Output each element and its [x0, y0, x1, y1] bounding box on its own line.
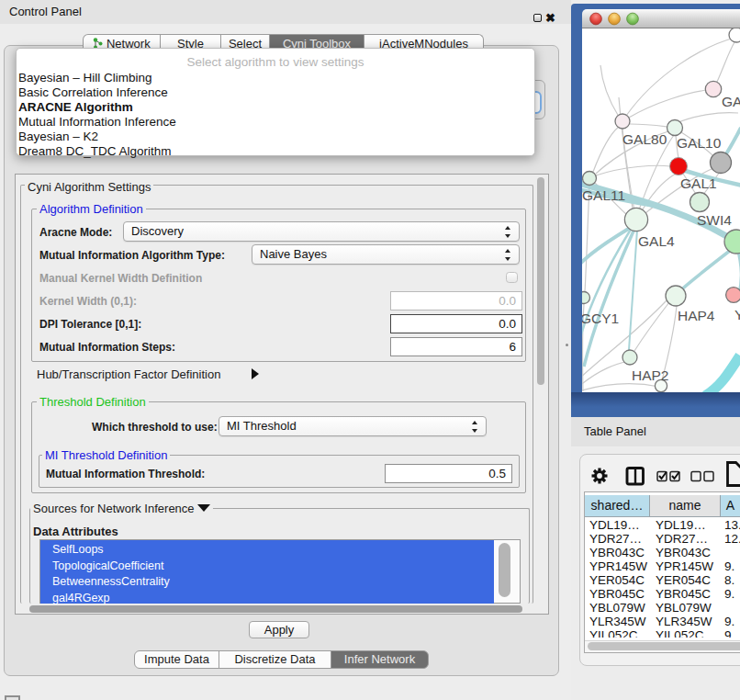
svg-text:GAL4: GAL4 [638, 233, 675, 249]
svg-text:Y: Y [734, 307, 740, 322]
svg-text:HAP4: HAP4 [678, 308, 715, 323]
svg-text:GCY1: GCY1 [582, 310, 619, 326]
svg-text:GAL11: GAL11 [582, 187, 625, 203]
svg-text:GAL10: GAL10 [677, 135, 722, 151]
svg-text:GAL80: GAL80 [622, 131, 667, 147]
svg-text:GAL2: GAL2 [722, 94, 740, 109]
svg-text:GAL1: GAL1 [680, 175, 717, 191]
svg-text:HAP2: HAP2 [632, 367, 669, 383]
svg-text:SWI4: SWI4 [697, 212, 732, 228]
